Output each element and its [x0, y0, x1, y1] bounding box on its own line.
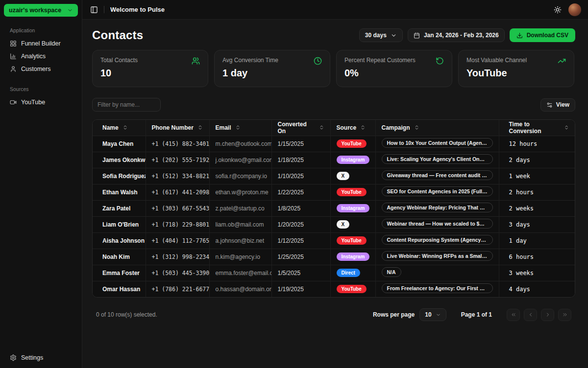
contact-email: liam.ob@mail.com: [209, 216, 271, 232]
source-badge: X: [337, 172, 350, 180]
contact-time-to-conversion: 3 weeks: [499, 265, 575, 281]
user-avatar[interactable]: [568, 3, 581, 16]
sidebar-item-label: Customers: [21, 66, 50, 72]
source-badge: Instagram: [337, 156, 370, 164]
contact-email: z.patel@startup.co: [209, 200, 271, 216]
source-badge: YouTube: [337, 188, 367, 196]
column-header-campaign[interactable]: Campaign: [375, 120, 499, 136]
chevrons-right-icon: [562, 312, 568, 318]
table-row[interactable]: Ethan Walsh+1 (617) 441-2098ethan.w@prot…: [93, 184, 575, 200]
filter-by-name-input[interactable]: [92, 98, 161, 112]
next-page-button[interactable]: [541, 309, 554, 321]
panel-left-icon: [90, 6, 98, 14]
contact-converted-on: 1/12/2025: [271, 232, 330, 249]
column-header-time-to-conversion[interactable]: Time to Conversion: [499, 120, 575, 136]
view-options-button[interactable]: View: [540, 98, 575, 112]
source-badge: X: [337, 220, 350, 229]
contact-name: Ethan Walsh: [93, 184, 146, 200]
layout-grid-icon: [10, 40, 17, 47]
calendar-icon: [414, 32, 420, 39]
column-header-source[interactable]: Source: [330, 120, 375, 136]
stat-value: 0%: [344, 68, 444, 79]
source-badge: Instagram: [337, 253, 370, 261]
sidebar-item-label: Settings: [21, 354, 43, 361]
view-options-label: View: [556, 101, 569, 108]
rows-selected-text: 0 of 10 row(s) selected.: [96, 311, 157, 318]
table-row[interactable]: Liam O'Brien+1 (718) 229-8801liam.ob@mai…: [93, 216, 575, 232]
download-csv-button[interactable]: Download CSV: [510, 28, 575, 42]
sidebar-item-customers[interactable]: Customers: [4, 63, 78, 75]
page-header: Contacts 30 days Jan 24, 2026 - Feb 23, …: [92, 28, 575, 42]
trending-up-icon: [558, 57, 566, 65]
source-badge: YouTube: [337, 236, 367, 245]
contact-phone: +1 (404) 112-7765: [146, 232, 209, 249]
gear-icon: [10, 354, 17, 361]
chevron-left-icon: [528, 312, 534, 318]
sidebar-toggle-button[interactable]: [90, 6, 98, 14]
table-row[interactable]: Sofia Rodriguez+1 (512) 334-8821sofia.r@…: [93, 168, 575, 184]
table-row[interactable]: Maya Chen+1 (415) 882-3401m.chen@outlook…: [93, 136, 575, 152]
table-header-row: Name Phone Number Email Converted On Sou…: [93, 120, 575, 136]
contact-name: Liam O'Brien: [93, 216, 146, 232]
bar-chart-icon: [10, 53, 17, 60]
table-row[interactable]: Omar Hassan+1 (786) 221-6677o.hassan@dom…: [93, 281, 575, 297]
sidebar-item-funnel-builder[interactable]: Funnel Builder: [4, 37, 78, 50]
contact-phone: +1 (786) 221-6677: [146, 281, 209, 297]
sidebar-item-settings[interactable]: Settings: [4, 351, 78, 364]
page-title: Contacts: [92, 28, 143, 42]
contact-phone: +1 (202) 555-7192: [146, 152, 209, 168]
contact-email: ethan.w@proton.me: [209, 184, 271, 200]
workspace-selector[interactable]: uzair's workspace: [4, 4, 78, 17]
contact-converted-on: 1/18/2025: [271, 152, 330, 168]
contact-time-to-conversion: 1 week: [499, 168, 575, 184]
campaign-badge: Agency Webinar Replay: Pricing That Stic…: [382, 203, 493, 212]
table-row[interactable]: James Okonkwo+1 (202) 555-7192j.okonkwo@…: [93, 152, 575, 168]
campaign-badge: SEO for Content Agencies in 2025 (Full B…: [382, 186, 493, 196]
contact-email: o.hassan@domain.org: [209, 281, 271, 297]
column-header-name[interactable]: Name: [93, 120, 146, 136]
sort-icon: [122, 125, 128, 130]
column-header-phone[interactable]: Phone Number: [146, 120, 209, 136]
stat-card-avg-conversion-time: Avg Conversion Time 1 day: [214, 50, 330, 87]
section-label: Sources: [4, 86, 78, 92]
chevron-down-icon: [436, 312, 441, 318]
theme-toggle-button[interactable]: [554, 6, 562, 14]
previous-page-button[interactable]: [524, 309, 537, 321]
sort-icon: [414, 125, 419, 130]
rows-per-page-select[interactable]: 10: [419, 308, 446, 321]
contact-time-to-conversion: 2 days: [499, 152, 575, 168]
column-header-email[interactable]: Email: [209, 120, 271, 136]
contact-email: m.chen@outlook.com: [209, 136, 271, 152]
topbar-right: [554, 3, 581, 16]
sidebar-item-youtube[interactable]: YouTube: [4, 96, 78, 109]
contact-name: James Okonkwo: [93, 152, 146, 168]
stat-value: 10: [100, 68, 200, 79]
campaign-badge: Webinar thread — How we scaled to $50k M…: [382, 219, 493, 229]
main-area: Welcome to Pulse Contacts 30 days: [82, 0, 588, 368]
contact-time-to-conversion: 1 day: [499, 232, 575, 249]
sort-icon: [235, 125, 241, 130]
contact-time-to-conversion: 4 days: [499, 281, 575, 297]
clock-icon: [314, 57, 322, 65]
date-range-picker[interactable]: Jan 24, 2026 - Feb 23, 2026: [408, 28, 505, 42]
first-page-button[interactable]: [507, 309, 520, 321]
range-select[interactable]: 30 days: [359, 28, 403, 42]
table-row[interactable]: Aisha Johnson+1 (404) 112-7765a.johnson@…: [93, 232, 575, 249]
sidebar-item-analytics[interactable]: Analytics: [4, 50, 78, 63]
campaign-badge: How to 10x Your Content Output (Agency F…: [382, 138, 493, 148]
sidebar-section-sources: Sources YouTube: [4, 86, 78, 109]
chevron-down-icon: [67, 7, 73, 13]
rows-per-page: Rows per page 10: [373, 308, 446, 321]
last-page-button[interactable]: [558, 309, 571, 321]
rows-per-page-value: 10: [425, 311, 431, 318]
contact-name: Maya Chen: [93, 136, 146, 152]
table-row[interactable]: Emma Foster+1 (503) 445-3390emma.foster@…: [93, 265, 575, 281]
table-row[interactable]: Zara Patel+1 (303) 667-5543z.patel@start…: [93, 200, 575, 216]
sidebar: uzair's workspace Application Funnel Bui…: [0, 0, 82, 368]
table-row[interactable]: Noah Kim+1 (312) 998-2234n.kim@agency.io…: [93, 249, 575, 265]
stat-card-most-valuable-channel: Most Valuable Channel YouTube: [458, 50, 574, 87]
page-content: Contacts 30 days Jan 24, 2026 - Feb 23, …: [82, 20, 588, 321]
divider: [104, 6, 104, 13]
column-header-converted-on[interactable]: Converted On: [271, 120, 330, 136]
contact-name: Emma Foster: [93, 265, 146, 281]
